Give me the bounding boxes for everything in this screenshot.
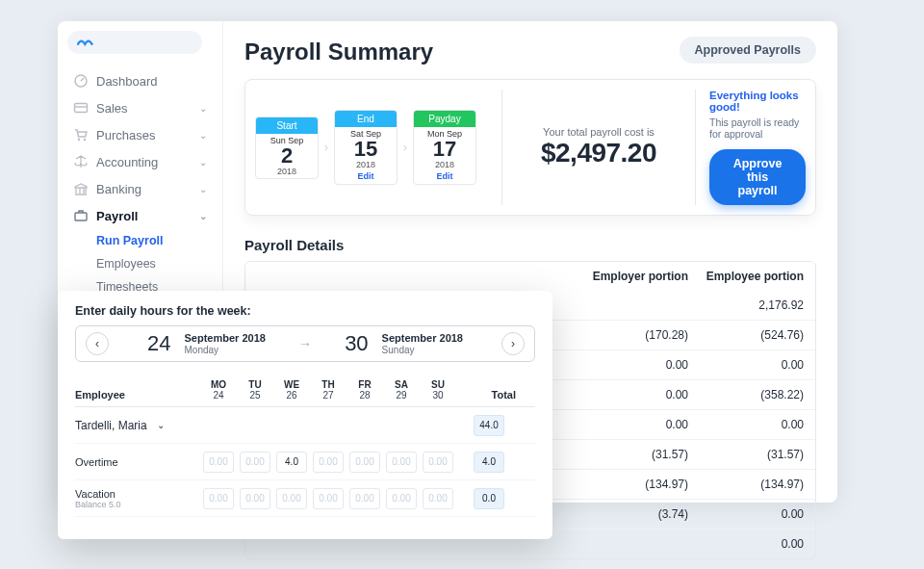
payday-edit-link[interactable]: Edit bbox=[414, 171, 475, 181]
end-date-box: End Sat Sep 15 2018 Edit bbox=[334, 110, 398, 185]
chevron-down-icon: ⌄ bbox=[199, 184, 207, 194]
hours-cell[interactable]: 0.00 bbox=[276, 488, 307, 509]
employee-portion-cell: 0.00 bbox=[688, 537, 804, 551]
employer-portion-cell: (3.74) bbox=[573, 507, 688, 521]
total-column-header: Total bbox=[474, 389, 516, 401]
week-end-month: September 2018 bbox=[382, 332, 463, 344]
hours-cell[interactable]: 0.00 bbox=[240, 452, 270, 473]
end-date-day: 15 bbox=[335, 139, 397, 160]
arrow-right-icon: → bbox=[298, 336, 312, 351]
week-next-button[interactable]: › bbox=[501, 332, 525, 355]
brand-pill bbox=[67, 31, 202, 54]
total-cost-amount: $2,497.20 bbox=[516, 138, 681, 168]
day-header-th: TH27 bbox=[310, 379, 346, 401]
employee-portion-cell: (134.97) bbox=[688, 478, 804, 491]
week-start-day: 24 bbox=[147, 331, 170, 356]
payday-header: Payday bbox=[414, 111, 475, 127]
hours-cell[interactable]: 0.00 bbox=[386, 452, 417, 473]
row-name: Vacation bbox=[75, 488, 200, 500]
approval-status-good: Everything looks good! bbox=[709, 90, 806, 113]
timesheet-header-row: Employee MO24TU25WE26TH27FR28SA29SU30 To… bbox=[75, 379, 535, 407]
chevron-down-icon: ⌄ bbox=[199, 130, 207, 141]
employer-portion-cell: 0.00 bbox=[573, 358, 688, 372]
employee-portion-cell: (358.22) bbox=[688, 388, 804, 401]
hours-cell[interactable]: 0.00 bbox=[240, 488, 270, 509]
approved-payrolls-pill[interactable]: Approved Payrolls bbox=[680, 37, 816, 64]
briefcase-icon bbox=[73, 208, 89, 223]
nav-label: Sales bbox=[96, 101, 128, 116]
day-header-mo: MO24 bbox=[200, 379, 237, 401]
subnav-item-run-payroll[interactable]: Run Payroll bbox=[96, 229, 213, 252]
subnav-item-employees[interactable]: Employees bbox=[96, 252, 213, 275]
payroll-details-heading: Payroll Details bbox=[244, 237, 816, 253]
chevron-down-icon: ⌄ bbox=[199, 157, 207, 168]
vertical-divider bbox=[501, 90, 502, 205]
nav-item-purchases[interactable]: Purchases⌄ bbox=[67, 121, 213, 148]
end-date-edit-link[interactable]: Edit bbox=[335, 171, 397, 181]
employee-name: Tardelli, Maria bbox=[75, 419, 147, 432]
hours-cell[interactable]: 0.00 bbox=[313, 452, 344, 473]
week-end-day: 30 bbox=[345, 331, 368, 356]
row-total-cell: 4.0 bbox=[474, 452, 504, 473]
date-range-group: Start Sun Sep 2 2018 › End Sat Sep 15 20… bbox=[255, 90, 488, 205]
hours-cell[interactable]: 0.00 bbox=[349, 488, 380, 509]
nav-item-banking[interactable]: Banking⌄ bbox=[67, 175, 213, 202]
nav-item-payroll[interactable]: Payroll⌄ bbox=[67, 202, 213, 229]
timesheet-row-overtime: Overtime0.000.004.00.000.000.000.004.0 bbox=[75, 444, 535, 480]
hours-cell[interactable]: 0.00 bbox=[203, 488, 234, 509]
row-total-cell: 0.0 bbox=[474, 488, 504, 509]
wave-logo-icon bbox=[77, 36, 98, 49]
employer-portion-cell: 0.00 bbox=[573, 388, 688, 401]
approval-status-ready: This payroll is ready for approval bbox=[709, 116, 806, 140]
employee-row[interactable]: Tardelli, Maria ⌄ 44.0 bbox=[75, 407, 535, 444]
day-header-sa: SA29 bbox=[383, 379, 420, 401]
nav-label: Accounting bbox=[96, 155, 158, 169]
nav-label: Payroll bbox=[96, 209, 138, 223]
details-header-row: Employer portion Employee portion bbox=[245, 262, 815, 291]
dashboard-icon bbox=[73, 73, 89, 89]
employee-portion-cell: (31.57) bbox=[688, 448, 804, 461]
hours-cell[interactable]: 0.00 bbox=[203, 452, 234, 473]
week-prev-button[interactable]: ‹ bbox=[86, 332, 109, 355]
approve-payroll-button[interactable]: Approve this payroll bbox=[709, 149, 806, 205]
day-header-tu: TU25 bbox=[237, 379, 273, 401]
hours-cell[interactable]: 0.00 bbox=[423, 452, 453, 473]
nav-label: Purchases bbox=[96, 128, 155, 142]
details-label-cell bbox=[257, 537, 573, 551]
employee-portion-cell: 0.00 bbox=[688, 507, 804, 521]
start-date-header: Start bbox=[256, 117, 318, 134]
card-icon bbox=[73, 100, 89, 116]
svg-rect-1 bbox=[75, 104, 88, 113]
svg-point-4 bbox=[84, 139, 86, 141]
employee-portion-header: Employee portion bbox=[688, 270, 804, 283]
day-header-su: SU30 bbox=[420, 379, 456, 401]
nav-label: Banking bbox=[96, 182, 141, 196]
hours-cell[interactable]: 0.00 bbox=[386, 488, 417, 509]
vertical-divider bbox=[695, 90, 696, 205]
hours-cell[interactable]: 0.00 bbox=[313, 488, 344, 509]
timesheet-panel: Enter daily hours for the week: ‹ 24 Sep… bbox=[58, 291, 552, 539]
employee-portion-cell: 2,176.92 bbox=[688, 298, 804, 312]
row-name: Overtime bbox=[75, 456, 200, 468]
nav-label: Dashboard bbox=[96, 74, 158, 89]
end-date-header: End bbox=[335, 111, 397, 127]
week-end-dow: Sunday bbox=[382, 345, 463, 355]
hours-cell[interactable]: 0.00 bbox=[349, 452, 380, 473]
nav-item-dashboard[interactable]: Dashboard bbox=[67, 67, 213, 94]
chevron-down-icon: ⌄ bbox=[199, 211, 207, 221]
employee-portion-cell: (524.76) bbox=[688, 328, 804, 342]
employer-portion-cell: (31.57) bbox=[573, 448, 688, 461]
chevron-down-icon: ⌄ bbox=[157, 420, 165, 430]
timesheet-grid: Employee MO24TU25WE26TH27FR28SA29SU30 To… bbox=[75, 379, 535, 517]
payday-day: 17 bbox=[414, 139, 475, 160]
timesheet-title: Enter daily hours for the week: bbox=[75, 304, 535, 318]
employee-portion-cell: 0.00 bbox=[688, 358, 804, 372]
hours-cell[interactable]: 4.0 bbox=[276, 452, 307, 473]
nav-item-sales[interactable]: Sales⌄ bbox=[67, 94, 213, 121]
chevron-right-icon: › bbox=[324, 141, 328, 154]
employer-portion-cell: 0.00 bbox=[573, 418, 688, 431]
hours-cell[interactable]: 0.00 bbox=[423, 488, 453, 509]
row-balance: Balance 5.0 bbox=[75, 500, 200, 509]
employer-portion-cell: (134.97) bbox=[573, 478, 688, 491]
nav-item-accounting[interactable]: Accounting⌄ bbox=[67, 148, 213, 175]
